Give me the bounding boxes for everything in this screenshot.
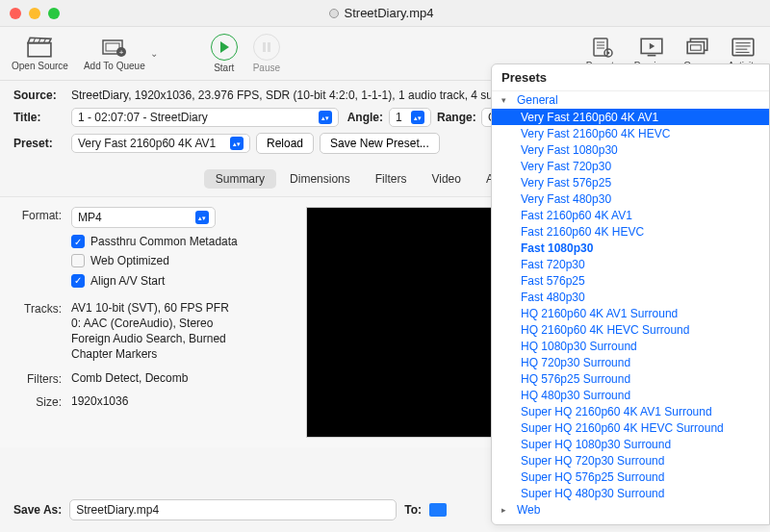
tab-filters[interactable]: Filters <box>364 169 419 189</box>
chevrons-icon: ▴▾ <box>411 111 424 124</box>
source-value: StreetDiary, 1920x1036, 23.976 FPS, SDR … <box>71 89 546 102</box>
document-modified-dot <box>329 9 339 18</box>
preset-item[interactable]: HQ 720p30 Surround <box>492 354 769 370</box>
add-to-queue-icon: + <box>101 36 128 59</box>
save-new-preset-button[interactable]: Save New Preset... <box>320 133 440 154</box>
clapperboard-icon <box>26 36 53 59</box>
presets-list[interactable]: ▾GeneralVery Fast 2160p60 4K AV1Very Fas… <box>492 91 769 522</box>
pause-label: Pause <box>253 63 280 73</box>
preset-item[interactable]: Super HQ 720p30 Surround <box>492 452 769 469</box>
preset-category[interactable]: ▸Devices <box>492 519 769 522</box>
svg-text:+: + <box>118 48 123 57</box>
chevrons-icon: ▴▾ <box>195 211 209 224</box>
folder-icon[interactable] <box>429 503 447 517</box>
pause-icon <box>253 34 280 61</box>
save-as-label: Save As: <box>13 503 62 517</box>
filters-label: Filters: <box>17 370 71 386</box>
tracks-label: Tracks: <box>17 300 71 316</box>
preset-item[interactable]: Super HQ 2160p60 4K HEVC Surround <box>492 419 769 436</box>
pause-button: Pause <box>253 34 280 73</box>
preset-item[interactable]: Super HQ 2160p60 4K AV1 Surround <box>492 403 769 419</box>
window-title: StreetDiary.mp4 <box>60 6 703 20</box>
format-select[interactable]: MP4 ▴▾ <box>71 207 216 228</box>
add-to-queue-dropdown[interactable]: ⌄ <box>147 42 161 65</box>
preset-select[interactable]: Very Fast 2160p60 4K AV1 ▴▾ <box>71 134 250 153</box>
angle-label: Angle: <box>345 111 383 124</box>
preset-item[interactable]: HQ 2160p60 4K HEVC Surround <box>492 321 769 338</box>
presets-panel-title: Presets <box>492 64 769 91</box>
preset-item[interactable]: Very Fast 2160p60 4K HEVC <box>492 125 769 141</box>
title-label: Title: <box>13 111 65 124</box>
preset-item[interactable]: Fast 1080p30 <box>492 240 769 256</box>
passthru-checkbox-row[interactable]: ✓ Passthru Common Metadata <box>71 234 287 249</box>
preset-item[interactable]: Fast 480p30 <box>492 289 769 305</box>
title-select[interactable]: 1 - 02:07:07 - StreetDiary ▴▾ <box>71 108 339 127</box>
preset-item[interactable]: Very Fast 480p30 <box>492 190 769 207</box>
preset-category-label: Web <box>517 503 540 517</box>
preset-item[interactable]: Super HQ 1080p30 Surround <box>492 436 769 452</box>
preset-item[interactable]: Very Fast 1080p30 <box>492 141 769 158</box>
presets-icon <box>589 36 616 59</box>
preset-item[interactable]: Fast 2160p60 4K AV1 <box>492 207 769 223</box>
presets-panel: Presets ▾GeneralVery Fast 2160p60 4K AV1… <box>491 63 770 525</box>
svg-rect-8 <box>594 38 607 56</box>
window-minimize-button[interactable] <box>29 8 40 19</box>
preset-item[interactable]: HQ 2160p60 4K AV1 Surround <box>492 305 769 321</box>
checkbox-checked-icon: ✓ <box>71 274 85 288</box>
preset-item[interactable]: Super HQ 576p25 Surround <box>492 469 769 485</box>
svg-marker-15 <box>649 43 654 50</box>
size-label: Size: <box>17 393 71 409</box>
align-av-label: Align A/V Start <box>90 273 165 289</box>
range-label: Range: <box>437 111 475 124</box>
add-to-queue-button[interactable]: + Add To Queue <box>84 36 145 71</box>
size-value: 1920x1036 <box>71 393 287 409</box>
preset-item[interactable]: Fast 720p30 <box>492 256 769 272</box>
save-as-input[interactable]: StreetDiary.mp4 <box>69 499 397 520</box>
tab-dimensions[interactable]: Dimensions <box>278 169 362 189</box>
passthru-label: Passthru Common Metadata <box>90 234 238 249</box>
to-label: To: <box>404 503 422 517</box>
preview-icon <box>638 36 665 59</box>
angle-select[interactable]: 1 ▴▾ <box>389 108 431 127</box>
preset-item[interactable]: HQ 576p25 Surround <box>492 370 769 387</box>
tab-video[interactable]: Video <box>420 169 472 189</box>
format-value: MP4 <box>78 210 192 225</box>
titlebar: StreetDiary.mp4 <box>0 0 770 27</box>
filters-value: Comb Detect, Decomb <box>71 370 287 386</box>
preset-category[interactable]: ▸Web <box>492 501 769 519</box>
checkbox-unchecked-icon <box>71 254 85 267</box>
traffic-lights <box>10 8 60 19</box>
preset-item[interactable]: Super HQ 480p30 Surround <box>492 485 769 501</box>
preset-item[interactable]: Fast 2160p60 4K HEVC <box>492 223 769 240</box>
start-button[interactable]: Start <box>211 34 238 73</box>
preset-category[interactable]: ▾General <box>492 91 769 109</box>
preset-item[interactable]: Very Fast 576p25 <box>492 174 769 190</box>
queue-icon <box>684 36 711 59</box>
open-source-label: Open Source <box>12 61 68 71</box>
preset-item[interactable]: HQ 480p30 Surround <box>492 387 769 403</box>
open-source-button[interactable]: Open Source <box>12 36 68 71</box>
window-close-button[interactable] <box>10 8 21 19</box>
start-label: Start <box>214 63 234 73</box>
web-optimized-checkbox-row[interactable]: Web Optimized <box>71 253 287 268</box>
preset-category-label: General <box>517 93 558 107</box>
preset-item[interactable]: Very Fast 2160p60 4K AV1 <box>492 109 769 125</box>
preset-item[interactable]: Fast 576p25 <box>492 272 769 289</box>
align-av-checkbox-row[interactable]: ✓ Align A/V Start <box>71 273 287 289</box>
web-optimized-label: Web Optimized <box>90 253 169 268</box>
reload-button[interactable]: Reload <box>256 133 314 154</box>
preset-item[interactable]: Very Fast 720p30 <box>492 158 769 174</box>
chevrons-icon: ▴▾ <box>230 137 244 150</box>
window-maximize-button[interactable] <box>48 8 60 19</box>
preset-item[interactable]: HQ 1080p30 Surround <box>492 338 769 354</box>
chevron-down-icon: ⌄ <box>150 48 158 59</box>
svg-point-13 <box>606 52 609 55</box>
preset-value: Very Fast 2160p60 4K AV1 <box>78 137 226 150</box>
tab-summary[interactable]: Summary <box>204 169 276 189</box>
angle-value: 1 <box>396 111 407 124</box>
svg-rect-18 <box>687 42 704 54</box>
svg-rect-20 <box>732 38 754 55</box>
preset-category-label: Devices <box>517 520 558 522</box>
chevrons-icon: ▴▾ <box>319 111 332 124</box>
title-select-value: 1 - 02:07:07 - StreetDiary <box>78 111 315 124</box>
